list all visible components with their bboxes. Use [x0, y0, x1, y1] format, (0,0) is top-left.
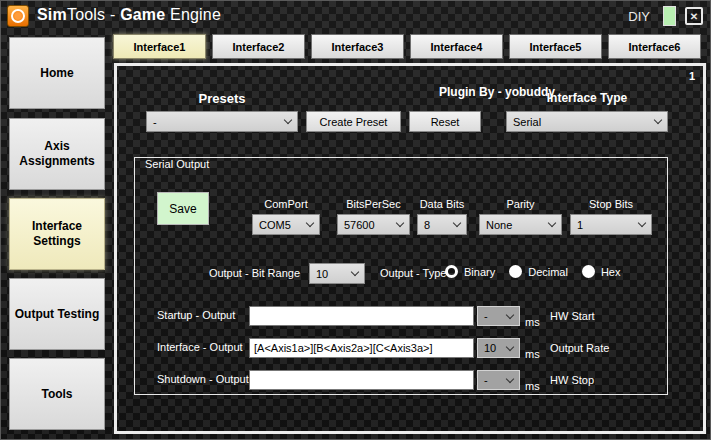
param-parity: Parity None [479, 198, 562, 235]
chevron-down-icon [284, 116, 292, 124]
radio-binary-selected-icon[interactable] [445, 265, 458, 278]
status-indicator-green [663, 6, 676, 26]
tab-interface1[interactable]: Interface1 [113, 34, 206, 59]
serial-output-group: Serial Output Save ComPort COM5 BitsPerS… [134, 157, 668, 395]
simtools-window: { "window": { "title_bold1": "Sim", "tit… [0, 0, 711, 440]
hw-stop-label: HW Stop [550, 374, 594, 386]
radio-decimal-label: Decimal [528, 266, 568, 278]
bitspersec-value: 57600 [344, 219, 375, 231]
presets-selected-value: - [153, 116, 157, 128]
page-indicator: 1 [689, 70, 695, 82]
output-rate-label: Output Rate [550, 342, 609, 354]
startup-output-label: Startup - Output [157, 309, 235, 321]
presets-label: Presets [146, 91, 298, 106]
startup-delay-dropdown[interactable]: - [477, 306, 520, 326]
chevron-down-icon [506, 342, 514, 350]
title-part: Sim [37, 6, 67, 23]
close-button[interactable]: ✕ [685, 7, 703, 25]
startup-ms-label: ms [525, 316, 540, 328]
chevron-down-icon [638, 219, 646, 227]
bitspersec-dropdown[interactable]: 57600 [337, 214, 410, 235]
title-bar: SimTools - Game Engine DIY ✕ [1, 1, 711, 31]
comport-value: COM5 [259, 219, 291, 231]
parity-value: None [486, 219, 512, 231]
shutdown-output-input[interactable] [249, 370, 474, 390]
output-rate-value: 10 [484, 342, 496, 354]
create-preset-button[interactable]: Create Preset [306, 111, 401, 132]
chevron-down-icon [506, 310, 514, 318]
sidebar-item-home[interactable]: Home [9, 37, 105, 109]
bit-range-value: 10 [316, 268, 328, 280]
tab-interface2[interactable]: Interface2 [212, 34, 305, 59]
radio-hex-label: Hex [601, 266, 621, 278]
param-databits: Data Bits 8 [417, 198, 467, 235]
bit-range-dropdown[interactable]: 10 [309, 263, 365, 284]
chevron-down-icon [453, 219, 461, 227]
interface-type-selected-value: Serial [513, 116, 541, 128]
bit-range-label: Output - Bit Range [155, 267, 300, 279]
hw-start-label: HW Start [550, 310, 595, 322]
sidebar-item-tools[interactable]: Tools [9, 358, 105, 430]
output-rate-dropdown[interactable]: 10 [477, 338, 520, 358]
databits-value: 8 [424, 219, 430, 231]
databits-dropdown[interactable]: 8 [417, 214, 467, 235]
interface-ms-label: ms [525, 348, 540, 360]
param-stopbits: Stop Bits 1 [570, 198, 652, 235]
radio-hex-icon[interactable] [582, 265, 595, 278]
interface-output-input[interactable] [249, 338, 474, 358]
title-part: Engine [165, 6, 221, 23]
radio-binary-label: Binary [464, 266, 495, 278]
startup-output-input[interactable] [249, 306, 474, 326]
sidebar-item-axis-assignments[interactable]: Axis Assignments [9, 118, 105, 190]
radio-decimal-icon[interactable] [509, 265, 522, 278]
chevron-down-icon [654, 116, 662, 124]
bitspersec-label: BitsPerSec [337, 198, 410, 210]
sidebar-item-interface-settings[interactable]: Interface Settings [9, 198, 105, 270]
plugin-by-label: Plugin By - yobuddy [338, 85, 555, 99]
title-part: Tools - [67, 6, 120, 23]
radio-option-decimal[interactable]: Decimal [509, 265, 568, 278]
sidebar-item-output-testing[interactable]: Output Testing [9, 278, 105, 350]
tab-interface5[interactable]: Interface5 [509, 34, 602, 59]
param-comport: ComPort COM5 [252, 198, 320, 235]
app-icon [7, 5, 29, 27]
interface-output-label: Interface - Output [157, 341, 243, 353]
shutdown-delay-dropdown[interactable]: - [477, 370, 520, 390]
tab-interface6[interactable]: Interface6 [608, 34, 701, 59]
chevron-down-icon [506, 374, 514, 382]
shutdown-delay-value: - [484, 374, 488, 386]
chevron-down-icon [306, 219, 314, 227]
interface-type-dropdown[interactable]: Serial [506, 111, 668, 132]
shutdown-ms-label: ms [525, 380, 540, 392]
parity-label: Parity [479, 198, 562, 210]
stopbits-dropdown[interactable]: 1 [570, 214, 652, 235]
startup-delay-value: - [484, 310, 488, 322]
output-type-label: Output - Type [380, 267, 446, 279]
title-part: Game [120, 6, 165, 23]
chevron-down-icon [548, 219, 556, 227]
chevron-down-icon [351, 268, 359, 276]
app-icon-ring [11, 9, 25, 23]
param-bitspersec: BitsPerSec 57600 [337, 198, 410, 235]
presets-dropdown[interactable]: - [146, 111, 298, 132]
tab-interface4[interactable]: Interface4 [410, 34, 503, 59]
radio-option-hex[interactable]: Hex [582, 265, 621, 278]
parity-dropdown[interactable]: None [479, 214, 562, 235]
save-button[interactable]: Save [157, 192, 209, 225]
stopbits-label: Stop Bits [570, 198, 652, 210]
comport-label: ComPort [252, 198, 320, 210]
diy-label: DIY [628, 9, 650, 24]
comport-dropdown[interactable]: COM5 [252, 214, 320, 235]
radio-option-binary[interactable]: Binary [445, 265, 495, 278]
output-type-radios: Binary Decimal Hex [445, 265, 620, 278]
stopbits-value: 1 [577, 219, 583, 231]
tab-interface3[interactable]: Interface3 [311, 34, 404, 59]
databits-label: Data Bits [417, 198, 467, 210]
window-title: SimTools - Game Engine [37, 6, 221, 24]
serial-output-legend: Serial Output [141, 158, 213, 170]
interface-tabs: Interface1 Interface2 Interface3 Interfa… [113, 34, 701, 59]
chevron-down-icon [396, 219, 404, 227]
shutdown-output-label: Shutdown - Output [157, 373, 249, 385]
reset-button[interactable]: Reset [409, 111, 481, 132]
